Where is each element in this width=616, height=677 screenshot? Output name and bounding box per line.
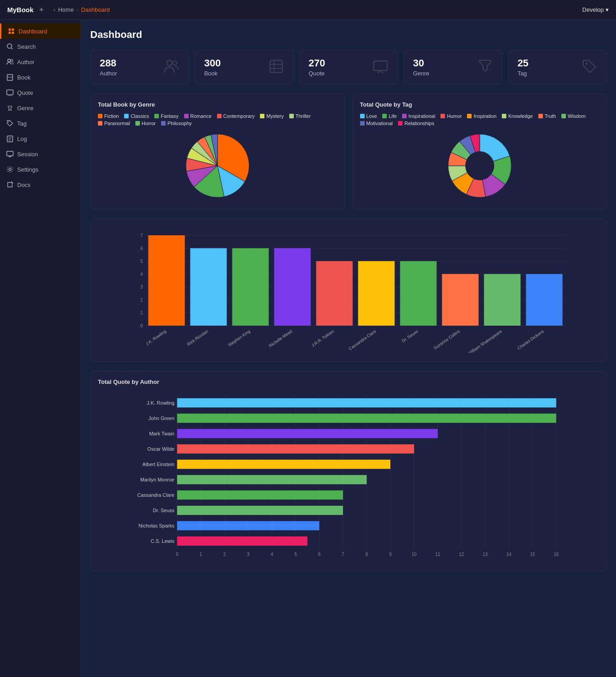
svg-text:Albert Einstein: Albert Einstein (143, 462, 175, 467)
svg-rect-0 (9, 28, 11, 31)
stat-icon-genre (477, 58, 493, 76)
sidebar-item-session[interactable]: Session (0, 146, 81, 162)
svg-rect-10 (7, 90, 13, 95)
sidebar-item-quote[interactable]: Quote (0, 85, 81, 100)
sidebar-item-docs[interactable]: Docs (0, 177, 81, 192)
legend-item-genre: Thriller (289, 113, 311, 119)
stat-label: Quote (309, 70, 325, 77)
svg-text:4: 4 (271, 552, 273, 557)
sidebar-label-book: Book (17, 74, 31, 81)
app-title: MyBook (7, 6, 33, 14)
svg-rect-102 (177, 460, 391, 469)
quotes-chart-title: Total Quote by Author (98, 378, 599, 385)
svg-text:John Green: John Green (148, 416, 174, 421)
svg-point-11 (8, 121, 9, 122)
sidebar-item-genre[interactable]: Genre (0, 100, 81, 116)
settings-icon (6, 166, 14, 173)
svg-text:8: 8 (366, 552, 368, 557)
stat-info: 25 Tag (518, 57, 528, 77)
genre-pie-container (98, 130, 338, 202)
svg-rect-100 (177, 444, 414, 453)
svg-rect-94 (177, 398, 556, 407)
stat-cards: 288 Author 300 Book 270 Quote 30 Genre 2… (90, 50, 607, 84)
quotes-by-author-card: Total Quote by Author 012345678910111213… (90, 371, 607, 571)
sidebar: DashboardSearchAuthorBookQuoteGenreTagLo… (0, 20, 81, 677)
svg-rect-110 (177, 521, 320, 530)
sidebar-label-author: Author (17, 59, 34, 65)
stat-icon-users (163, 58, 180, 76)
svg-text:J.K. Rowling: J.K. Rowling (145, 329, 167, 346)
svg-text:1: 1 (199, 552, 202, 557)
svg-text:Stephen King: Stephen King (227, 329, 251, 348)
sidebar-item-author[interactable]: Author (0, 54, 81, 70)
svg-text:6: 6 (140, 246, 143, 251)
quote-icon (6, 89, 14, 96)
sidebar-item-log[interactable]: Log (0, 131, 81, 146)
stat-label: Book (204, 70, 221, 77)
legend-item-tag: Life (382, 113, 397, 119)
svg-line-5 (11, 48, 13, 49)
svg-text:Nicholas Sparks: Nicholas Sparks (139, 523, 175, 528)
sidebar-label-tag: Tag (17, 120, 27, 127)
topbar-left: MyBook ☀ (7, 6, 44, 14)
svg-rect-1 (12, 28, 14, 31)
stat-card-author: 288 Author (90, 50, 189, 84)
develop-button[interactable]: Develop ▾ (582, 6, 609, 13)
legend-item-genre: Philosophy (161, 121, 192, 126)
tag-chart-title: Total Quote by Tag (360, 101, 600, 108)
svg-text:William Shakespeare: William Shakespeare (467, 329, 503, 353)
breadcrumb-home[interactable]: Home (58, 6, 74, 13)
tag-legend: LoveLifeInspirationalHumorInspirationKno… (360, 113, 600, 126)
sidebar-label-genre: Genre (17, 105, 33, 112)
svg-text:15: 15 (530, 552, 535, 557)
breadcrumb: › Home › Dashboard (44, 6, 582, 13)
svg-text:6: 6 (318, 552, 321, 557)
stat-number: 270 (309, 57, 325, 69)
svg-text:13: 13 (482, 552, 488, 557)
stat-card-genre: 30 Genre (403, 50, 502, 84)
svg-rect-56 (484, 274, 521, 326)
stat-card-quote: 270 Quote (299, 50, 398, 84)
svg-rect-2 (9, 32, 11, 34)
stat-number: 30 (413, 57, 429, 69)
stat-info: 270 Quote (309, 57, 325, 77)
sidebar-item-tag[interactable]: Tag (0, 116, 81, 131)
theme-icon[interactable]: ☀ (39, 6, 44, 13)
books-by-author-card: 01234567J.K. RowlingRick RiordanStephen … (90, 219, 607, 362)
svg-rect-40 (148, 235, 185, 326)
sidebar-item-search[interactable]: Search (0, 39, 81, 54)
sidebar-label-dashboard: Dashboard (19, 28, 47, 35)
svg-rect-50 (358, 261, 395, 326)
legend-item-tag: Knowledge (502, 113, 533, 119)
svg-text:10: 10 (412, 552, 417, 557)
svg-rect-42 (190, 248, 227, 326)
svg-text:Marilyn Monroe: Marilyn Monroe (140, 477, 175, 482)
svg-text:Suzanne Collins: Suzanne Collins (433, 328, 461, 350)
svg-text:12: 12 (459, 552, 464, 557)
genre-legend: FictionClassicsFantasyRomanceContemporar… (98, 113, 338, 126)
svg-rect-44 (232, 248, 269, 326)
sidebar-item-dashboard[interactable]: Dashboard (0, 23, 81, 39)
svg-text:14: 14 (506, 552, 512, 557)
svg-rect-96 (177, 414, 556, 423)
svg-rect-54 (442, 274, 479, 326)
svg-rect-22 (374, 61, 387, 70)
topbar: MyBook ☀ › Home › Dashboard Develop ▾ (0, 0, 616, 20)
legend-item-genre: Fantasy (154, 113, 178, 119)
svg-text:Cassandra Clare: Cassandra Clare (347, 329, 377, 351)
sidebar-item-book[interactable]: Book (0, 70, 81, 85)
svg-text:Richelle Mead: Richelle Mead (268, 329, 293, 349)
grid-icon (8, 28, 15, 35)
legend-item-genre: Romance (184, 113, 212, 119)
svg-text:7: 7 (342, 552, 344, 557)
svg-rect-21 (270, 61, 282, 73)
stat-label: Author (100, 70, 117, 77)
stat-card-book: 300 Book (195, 50, 293, 84)
sidebar-item-settings[interactable]: Settings (0, 162, 81, 177)
svg-point-4 (7, 44, 12, 48)
stat-label: Tag (518, 70, 528, 77)
svg-text:J.K. Rowling: J.K. Rowling (147, 400, 174, 406)
svg-text:Dr. Seuss: Dr. Seuss (401, 328, 419, 343)
legend-item-tag: Love (360, 113, 377, 119)
svg-point-20 (173, 61, 177, 65)
